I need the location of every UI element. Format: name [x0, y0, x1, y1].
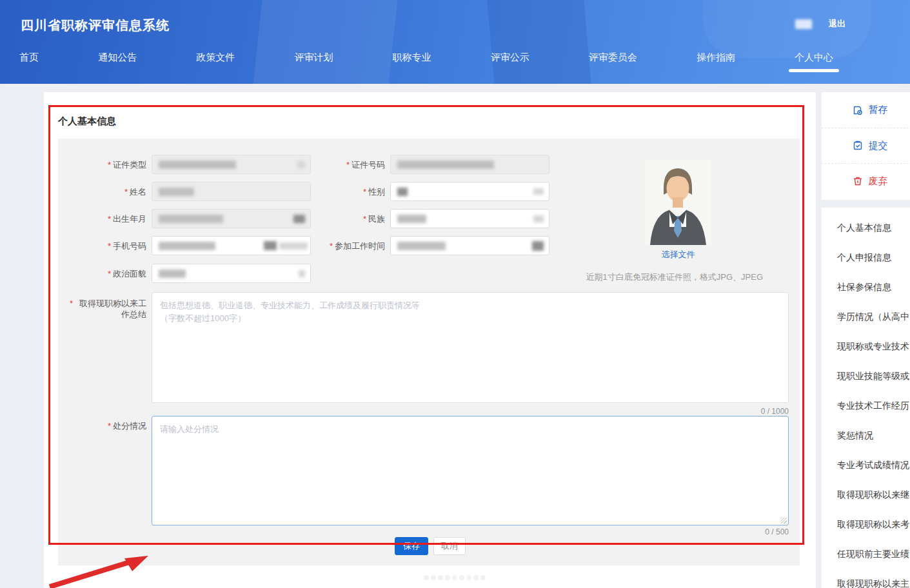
- punishment-counter: 0 / 500: [152, 527, 789, 536]
- field-label-phone: *手机号码: [58, 240, 146, 251]
- work-summary-counter: 0 / 1000: [152, 407, 789, 416]
- sidebar-menu-item[interactable]: 取得现职称以来继...: [822, 480, 910, 509]
- ethnicity-select[interactable]: [390, 209, 549, 228]
- nav-item[interactable]: 政策文件: [196, 39, 235, 76]
- sidebar-menu-item[interactable]: 专业技术工作经历: [822, 391, 910, 420]
- choose-file-link[interactable]: 选择文件: [645, 249, 711, 260]
- field-label-cert-type: *证件类型: [58, 159, 146, 170]
- required-star: *: [330, 241, 333, 251]
- nav-item[interactable]: 通知公告: [98, 39, 137, 76]
- gender-select[interactable]: [390, 182, 549, 201]
- field-label-cert-number: *证件号码: [297, 159, 385, 170]
- discard-label: 废弃: [869, 175, 888, 188]
- name-input[interactable]: [152, 182, 311, 201]
- field-label-work-start-date: *参加工作时间: [297, 240, 385, 251]
- header: 四川省职称评审信息系统 退出 首页通知公告政策文件评审计划职称专业评审公示评审委…: [0, 0, 910, 84]
- user-area: 退出: [795, 18, 846, 30]
- field-label-punishment: *处分情况: [58, 420, 146, 431]
- form-panel: *证件类型 *证件号码 *姓名 *性别 *出生年月 *民族: [58, 139, 800, 565]
- submit-button[interactable]: 提交: [822, 128, 910, 163]
- username-redacted: [795, 19, 812, 29]
- punishment-placeholder: 请输入处分情况: [160, 423, 780, 436]
- sidebar-menu-item[interactable]: 取得现职称以来考...: [822, 509, 910, 539]
- required-star: *: [108, 421, 111, 431]
- work-summary-textarea[interactable]: 包括思想道德、职业道德、专业技术能力、工作成绩及履行职责情况等 （字数不超过10…: [152, 292, 789, 403]
- stash-button[interactable]: 暂存: [822, 92, 910, 128]
- required-star: *: [108, 241, 111, 251]
- logout-button[interactable]: 退出: [829, 18, 846, 30]
- sidebar-menu-item[interactable]: 现职业技能等级或...: [822, 361, 910, 391]
- sidebar-menu-item[interactable]: 取得现职称以来主...: [822, 569, 910, 588]
- required-star: *: [346, 160, 350, 170]
- sidebar-menu-item[interactable]: 专业考试成绩情况: [822, 450, 910, 480]
- sidebar-menu-item[interactable]: 现职称或专业技术...: [822, 331, 910, 361]
- main-nav: 首页通知公告政策文件评审计划职称专业评审公示评审委员会操作指南个人中心: [19, 39, 833, 76]
- nav-item[interactable]: 个人中心: [795, 39, 833, 76]
- sidebar-menu-item[interactable]: 学历情况（从高中...: [822, 302, 910, 331]
- work-summary-placeholder-line1: 包括思想道德、职业道德、专业技术能力、工作成绩及履行职责情况等: [160, 299, 780, 312]
- pager-dots: [424, 575, 486, 580]
- required-star: *: [363, 187, 366, 197]
- app-screen: 四川省职称评审信息系统 退出 首页通知公告政策文件评审计划职称专业评审公示评审委…: [0, 0, 910, 588]
- required-star: *: [108, 269, 111, 279]
- sidebar-menu-item[interactable]: 个人申报信息: [822, 242, 910, 272]
- field-label-work-summary: 取得现职称以来工作总结: [77, 298, 146, 320]
- required-star: *: [108, 160, 111, 170]
- sidebar-menu-item[interactable]: 社保参保信息: [822, 272, 910, 302]
- sidebar-menu-item[interactable]: 奖惩情况: [822, 420, 910, 450]
- field-label-name: *姓名: [58, 186, 146, 197]
- sidebar-menu-item[interactable]: 个人基本信息: [822, 213, 910, 242]
- stash-label: 暂存: [869, 104, 888, 116]
- field-label-political-status: *政治面貌: [58, 268, 146, 279]
- phone-input[interactable]: [152, 236, 311, 255]
- field-label-gender: *性别: [297, 186, 385, 197]
- nav-item[interactable]: 首页: [19, 39, 39, 76]
- cert-number-input[interactable]: [390, 155, 549, 174]
- field-label-ethnicity: *民族: [297, 213, 385, 224]
- section-title: 个人基本信息: [58, 115, 116, 128]
- discard-button[interactable]: 废弃: [822, 163, 910, 199]
- submit-label: 提交: [869, 140, 888, 152]
- required-star: *: [108, 214, 111, 224]
- save-draft-icon: [853, 105, 863, 115]
- cancel-button[interactable]: 取消: [433, 537, 466, 555]
- required-star: *: [363, 214, 366, 224]
- sidebar-actions: 暂存 提交 废弃: [822, 92, 910, 200]
- required-star: *: [124, 187, 128, 197]
- birth-date-picker[interactable]: [152, 209, 311, 228]
- save-button[interactable]: 保存: [395, 537, 428, 555]
- nav-item[interactable]: 评审公示: [491, 39, 529, 76]
- sidebar-menu: 个人基本信息个人申报信息社保参保信息学历情况（从高中...现职称或专业技术...…: [822, 208, 910, 588]
- sidebar-menu-item[interactable]: 任现职前主要业绩...: [822, 539, 910, 569]
- photo-hint: 近期1寸白底免冠标准证件照，格式JPG、JPEG: [489, 271, 763, 283]
- field-label-birth-date: *出生年月: [58, 213, 146, 224]
- submit-clipboard-icon: [853, 141, 863, 151]
- nav-item[interactable]: 操作指南: [697, 39, 735, 76]
- placeholder-portrait-image: [645, 160, 711, 245]
- id-photo: [645, 160, 711, 245]
- cert-type-select[interactable]: [152, 155, 311, 174]
- political-status-select[interactable]: [152, 264, 311, 283]
- nav-item[interactable]: 评审计划: [294, 39, 333, 76]
- work-summary-placeholder-line2: （字数不超过1000字）: [160, 312, 780, 325]
- nav-item[interactable]: 职称专业: [393, 39, 431, 76]
- punishment-textarea[interactable]: 请输入处分情况: [152, 416, 789, 525]
- trash-icon: [853, 176, 863, 186]
- nav-item[interactable]: 评审委员会: [589, 39, 637, 76]
- work-start-date-picker[interactable]: [390, 236, 549, 255]
- app-title: 四川省职称评审信息系统: [21, 17, 170, 34]
